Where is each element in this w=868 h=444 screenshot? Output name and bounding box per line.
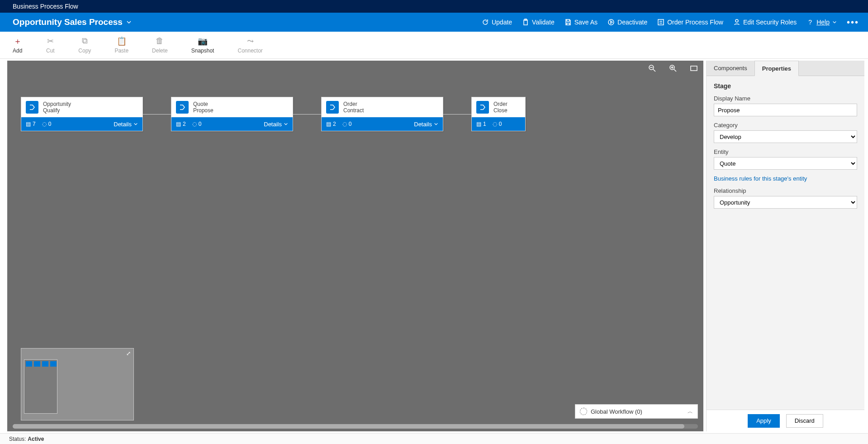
chevron-down-icon xyxy=(832,19,837,26)
copy-button[interactable]: ⧉ Copy xyxy=(78,37,91,54)
stage-steps-count: ▤ 2 xyxy=(176,121,186,127)
stage-details-toggle[interactable]: Details xyxy=(264,121,288,128)
business-rules-link[interactable]: Business rules for this stage's entity xyxy=(714,175,857,182)
command-bar-actions: Update Validate Save As Deactivate Order… xyxy=(482,17,859,28)
global-workflow-label: Global Workflow (0) xyxy=(591,408,642,415)
flow-canvas[interactable]: Opportunity Qualify ▤ 7 ◌ 0 Details xyxy=(7,61,703,431)
connector-button[interactable]: ⤳ Connector xyxy=(237,37,262,54)
stage-card-contract[interactable]: Order Contract ▤ 2 ◌ 0 Details xyxy=(321,97,443,131)
tab-components[interactable]: Components xyxy=(707,61,754,76)
status-value: Active xyxy=(28,436,44,442)
displayname-input[interactable] xyxy=(714,104,857,116)
stage-icon xyxy=(26,101,38,114)
zoom-in-icon[interactable] xyxy=(669,64,677,75)
saveas-button[interactable]: Save As xyxy=(564,19,598,26)
stage-card-qualify[interactable]: Opportunity Qualify ▤ 7 ◌ 0 Details xyxy=(21,97,143,131)
svg-point-4 xyxy=(735,19,738,22)
stage-icon xyxy=(476,101,489,114)
stage-details-toggle[interactable]: Details xyxy=(414,121,438,128)
zoom-out-icon[interactable] xyxy=(648,64,656,75)
update-button[interactable]: Update xyxy=(482,19,512,26)
stage-entity: Order xyxy=(343,101,364,107)
category-select[interactable]: Develop xyxy=(714,130,857,143)
save-icon xyxy=(564,19,572,26)
paste-icon: 📋 xyxy=(117,37,126,46)
svg-rect-3 xyxy=(658,19,664,25)
main-area: Opportunity Qualify ▤ 7 ◌ 0 Details xyxy=(0,59,868,433)
side-panel: Components Properties Stage Display Name… xyxy=(706,61,864,431)
stage-name: Contract xyxy=(343,107,364,114)
help-icon: ? xyxy=(806,19,814,26)
global-workflow-bar[interactable]: Global Workflow (0) ︿ xyxy=(575,404,698,419)
displayname-label: Display Name xyxy=(714,95,857,102)
process-name-dropdown[interactable]: Opportunity Sales Process xyxy=(13,17,132,27)
side-panel-tabs: Components Properties xyxy=(707,61,864,76)
status-label: Status: xyxy=(9,436,26,442)
minimap-nodes xyxy=(26,361,57,367)
paste-button[interactable]: 📋 Paste xyxy=(114,37,128,54)
cut-button[interactable]: ✂ Cut xyxy=(46,37,55,54)
workflow-icon xyxy=(580,408,587,415)
camera-icon: 📷 xyxy=(198,37,207,46)
deactivate-icon xyxy=(607,19,615,26)
stage-workflow-count: ◌ 0 xyxy=(192,121,202,127)
discard-button[interactable]: Discard xyxy=(786,414,823,428)
apply-button[interactable]: Apply xyxy=(748,414,780,428)
canvas-horizontal-scrollbar[interactable] xyxy=(13,424,698,429)
tab-properties[interactable]: Properties xyxy=(754,61,799,76)
command-bar: Opportunity Sales Process Update Validat… xyxy=(0,13,868,32)
fit-screen-icon[interactable] xyxy=(690,64,698,75)
stage-entity: Quote xyxy=(193,101,213,107)
deactivate-button[interactable]: Deactivate xyxy=(607,19,647,26)
edit-security-roles-button[interactable]: Edit Security Roles xyxy=(733,19,797,26)
stage-connector xyxy=(293,114,321,115)
snapshot-button[interactable]: 📷 Snapshot xyxy=(191,37,214,54)
stage-flow: Opportunity Qualify ▤ 7 ◌ 0 Details xyxy=(21,97,526,131)
entity-select[interactable]: Quote xyxy=(714,157,857,170)
validate-button[interactable]: Validate xyxy=(522,19,555,26)
stage-steps-count: ▤ 1 xyxy=(476,121,486,127)
properties-section-title: Stage xyxy=(714,82,857,90)
scrollbar-thumb[interactable] xyxy=(13,424,684,429)
stage-entity: Order xyxy=(493,101,508,107)
security-icon xyxy=(733,19,740,26)
stage-card-propose[interactable]: Quote Propose ▤ 2 ◌ 0 Details xyxy=(171,97,293,131)
stage-name: Close xyxy=(493,107,508,114)
chevron-down-icon xyxy=(126,17,132,27)
stage-name: Qualify xyxy=(43,107,71,114)
copy-icon: ⧉ xyxy=(80,37,89,46)
stage-workflow-count: ◌ 0 xyxy=(342,121,352,127)
stage-steps-count: ▤ 2 xyxy=(326,121,336,127)
stage-details-toggle[interactable]: Details xyxy=(114,121,138,128)
stage-card-close[interactable]: Order Close ▤ 1 ◌ 0 xyxy=(471,97,526,131)
entity-label: Entity xyxy=(714,148,857,155)
toolbar: ＋ Add ✂ Cut ⧉ Copy 📋 Paste 🗑 Delete 📷 Sn… xyxy=(0,32,868,59)
stage-entity: Opportunity xyxy=(43,101,71,107)
stage-workflow-count: ◌ 0 xyxy=(493,121,502,127)
svg-rect-7 xyxy=(691,66,697,71)
relationship-select[interactable]: Opportunity xyxy=(714,196,857,209)
stage-icon xyxy=(326,101,339,114)
clipboard-icon xyxy=(522,19,529,26)
canvas-zoom-tools xyxy=(648,64,698,75)
breadcrumb: Business Process Flow xyxy=(13,3,78,10)
stage-icon xyxy=(176,101,189,114)
delete-button[interactable]: 🗑 Delete xyxy=(152,37,168,54)
relationship-label: Relationship xyxy=(714,187,857,194)
help-button[interactable]: ? Help xyxy=(806,19,837,26)
more-commands-button[interactable]: ••• xyxy=(847,17,859,28)
order-process-flow-button[interactable]: Order Process Flow xyxy=(657,19,723,26)
chevron-up-icon[interactable]: ︿ xyxy=(688,408,693,415)
stage-connector xyxy=(143,114,171,115)
minimap-expand-icon[interactable]: ⤢ xyxy=(126,350,131,357)
breadcrumb-bar: Business Process Flow xyxy=(0,0,868,13)
add-button[interactable]: ＋ Add xyxy=(13,37,22,54)
status-bar: Status: Active xyxy=(0,433,868,444)
minimap-viewport[interactable] xyxy=(24,359,57,414)
stage-connector xyxy=(443,114,471,115)
minimap[interactable]: ⤢ xyxy=(21,348,134,420)
stage-workflow-count: ◌ 0 xyxy=(42,121,52,127)
category-label: Category xyxy=(714,122,857,129)
side-panel-footer: Apply Discard xyxy=(707,410,864,431)
order-flow-icon xyxy=(657,19,664,26)
